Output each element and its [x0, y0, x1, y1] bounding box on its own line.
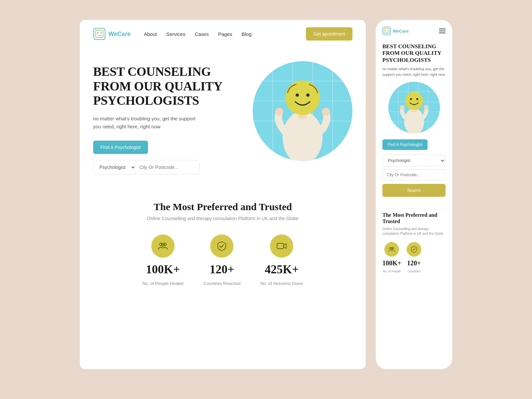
search-location-input[interactable]: [136, 161, 200, 174]
mobile-logo-icon: [382, 27, 391, 35]
mobile-search-location-input[interactable]: [382, 169, 446, 181]
mobile-card: WeCare BEST COUNSELING FROM OUR QUALITY …: [376, 20, 452, 369]
mobile-search-button[interactable]: Search: [382, 184, 446, 197]
hamburger-menu-button[interactable]: [439, 29, 446, 33]
svg-point-38: [424, 105, 428, 110]
mobile-hero-subtitle: no matter what's troubling you, get the …: [382, 66, 446, 77]
desktop-stats: The Most Preferred and Trusted Online Co…: [80, 188, 366, 303]
mobile-stat-people-number: 100K+: [382, 259, 401, 267]
stat-countries: 120+ Countries Reached: [203, 234, 240, 286]
video-icon: [276, 241, 287, 251]
logo-text: WeCare: [108, 31, 131, 38]
desktop-hero: BEST COUNSELING FROM OUR QUALITY PSYCHOL…: [80, 48, 366, 188]
hamburger-line-3: [439, 33, 446, 33]
stat-people-icon-circle: [151, 234, 175, 258]
svg-point-21: [162, 243, 165, 246]
desktop-card: WeCare About Services Cases Pages Blog G…: [80, 20, 366, 369]
stat-people-number: 100K+: [146, 262, 180, 276]
mobile-stats-grid: 100K+ No. of People 120+ Countries: [382, 242, 446, 273]
mobile-stats-title: The Most Preferred and Trusted: [382, 212, 446, 224]
stat-people: 100K+ No. of People Healed: [142, 234, 184, 286]
svg-point-25: [385, 30, 386, 31]
svg-point-17: [296, 93, 299, 97]
svg-rect-24: [384, 28, 389, 34]
section-divider: [382, 208, 446, 208]
hero-subtitle: no matter what's troubling you, get the …: [93, 115, 200, 131]
get-appointment-button[interactable]: Get apointment: [306, 27, 352, 41]
stat-sessions: 425K+ No. of Sessions Given: [260, 234, 303, 286]
mobile-stat-countries-icon: [407, 242, 421, 257]
hamburger-line-1: [439, 29, 446, 29]
stats-grid: 100K+ No. of People Healed 120+ Countrie…: [93, 234, 352, 286]
logo-icon: [93, 28, 106, 40]
mobile-logo: WeCare: [382, 27, 409, 35]
svg-point-45: [391, 247, 393, 249]
hero-image-circle: [253, 61, 352, 161]
nav-blog[interactable]: Blog: [242, 31, 252, 37]
desktop-nav: WeCare About Services Cases Pages Blog G…: [80, 20, 366, 48]
svg-point-18: [306, 93, 310, 97]
shield-icon: [216, 241, 227, 251]
people-icon: [158, 241, 168, 251]
stats-title: The Most Preferred and Trusted: [93, 201, 352, 212]
mobile-stat-people-label: No. of People: [383, 270, 401, 273]
mobile-image-circle: [388, 82, 440, 133]
stat-sessions-number: 425K+: [265, 262, 299, 276]
mobile-nav: WeCare: [376, 20, 452, 40]
hero-content: BEST COUNSELING FROM OUR QUALITY PSYCHOL…: [93, 58, 246, 175]
mobile-stat-countries-label: Countries: [408, 270, 421, 273]
mobile-stat-people: 100K+ No. of People: [382, 242, 401, 273]
mobile-content: BEST COUNSELING FROM OUR QUALITY PSYCHOL…: [376, 40, 452, 276]
mobile-hero-title: BEST COUNSELING FROM OUR QUALITY PSYCHOL…: [382, 43, 446, 64]
svg-rect-22: [277, 243, 284, 249]
svg-point-3: [100, 32, 102, 34]
hero-image: [253, 61, 352, 161]
svg-point-2: [97, 32, 98, 34]
mobile-hero-image: [388, 82, 440, 133]
nav-services[interactable]: Services: [166, 31, 186, 37]
mobile-stat-countries: 120+ Countries: [407, 242, 421, 273]
svg-point-42: [416, 98, 418, 100]
hero-figure-svg: [253, 61, 352, 161]
stat-countries-label: Countries Reached: [203, 281, 240, 286]
logo: WeCare: [93, 28, 131, 40]
nav-cases[interactable]: Cases: [195, 31, 209, 37]
mobile-stat-people-icon: [384, 242, 399, 257]
stat-sessions-icon-circle: [270, 234, 293, 258]
nav-pages[interactable]: Pages: [218, 31, 232, 37]
hamburger-line-2: [439, 31, 446, 31]
svg-point-41: [410, 98, 412, 100]
stats-subtitle: Online Counselling and therapy consulati…: [93, 216, 352, 221]
search-bar: Psychologist Counselor Therapist Search: [93, 160, 200, 175]
svg-point-16: [285, 80, 320, 115]
stat-countries-icon-circle: [210, 234, 233, 258]
svg-point-26: [388, 30, 389, 31]
mobile-search-type-select[interactable]: Psychologist Counselor: [382, 155, 446, 167]
stat-countries-number: 120+: [209, 262, 234, 276]
mobile-find-psychologist-button[interactable]: Find A Psychologist: [382, 139, 428, 150]
nav-about[interactable]: About: [144, 31, 157, 37]
stat-sessions-label: No. of Sessions Given: [260, 281, 303, 286]
mobile-figure-svg: [388, 82, 440, 133]
mobile-stats-subtitle: Online Counselling and therapy consulati…: [382, 227, 446, 236]
svg-point-14: [322, 108, 330, 116]
stat-people-label: No. of People Healed: [142, 281, 184, 286]
hero-title: BEST COUNSELING FROM OUR QUALITY PSYCHOL…: [93, 65, 246, 108]
mobile-people-icon: [388, 246, 395, 253]
svg-rect-1: [96, 30, 103, 38]
mobile-stat-countries-number: 120+: [407, 259, 421, 267]
nav-links: About Services Cases Pages Blog: [144, 31, 296, 37]
mobile-logo-text: WeCare: [393, 29, 409, 34]
svg-point-13: [275, 108, 283, 116]
find-psychologist-button[interactable]: Find A Psychologist: [93, 141, 148, 154]
mobile-shield-icon: [410, 246, 418, 253]
search-type-select[interactable]: Psychologist Counselor Therapist: [93, 160, 136, 174]
svg-point-40: [405, 92, 423, 110]
svg-point-37: [400, 105, 405, 110]
